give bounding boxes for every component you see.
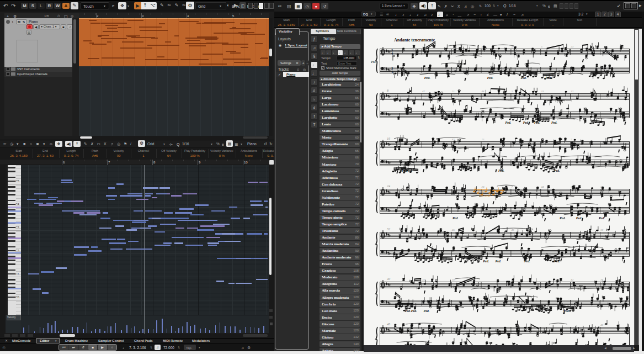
svg-text:40: 40	[387, 277, 390, 281]
svg-text:39: 39	[452, 278, 455, 281]
svg-text:Ped.: Ped.	[424, 309, 430, 313]
svg-text:23: 23	[571, 45, 574, 48]
svg-text:32: 32	[386, 228, 390, 231]
svg-text:4: 4	[391, 70, 393, 73]
svg-text:48: 48	[387, 323, 390, 326]
svg-text:13: 13	[571, 90, 574, 93]
svg-text:Ped.: Ped.	[496, 260, 502, 263]
svg-text:Ped.: Ped.	[554, 260, 560, 263]
svg-text:40: 40	[512, 229, 515, 231]
svg-text:Tre corde: Tre corde	[479, 194, 491, 197]
svg-text:8: 8	[387, 89, 388, 92]
svg-text:Ped.: Ped.	[424, 76, 430, 80]
svg-text:Ped.: Ped.	[453, 216, 459, 220]
svg-text:Ped.: Ped.	[551, 121, 557, 124]
svg-text:44: 44	[482, 90, 485, 93]
svg-text:42: 42	[571, 278, 574, 281]
svg-text:28: 28	[482, 186, 485, 188]
svg-text:47: 47	[422, 90, 425, 93]
svg-text:Ped.: Ped.	[505, 121, 512, 124]
svg-text:Ped.: Ped.	[545, 76, 551, 80]
svg-text:5: 5	[541, 45, 542, 48]
svg-text:Ped.: Ped.	[554, 169, 560, 172]
svg-text:Ped.: Ped.	[405, 309, 411, 313]
svg-text:43: 43	[452, 138, 455, 141]
svg-text:19: 19	[541, 90, 544, 93]
svg-text:Ped.: Ped.	[599, 216, 605, 220]
svg-text:16: 16	[387, 137, 390, 140]
svg-text:Ped.: Ped.	[483, 260, 489, 263]
svg-text:31: 31	[452, 90, 455, 93]
svg-text:Ped.: Ped.	[498, 169, 504, 172]
svg-text:3: 3	[512, 90, 513, 93]
svg-text:24: 24	[387, 184, 390, 188]
svg-text:Ped.: Ped.	[487, 76, 493, 80]
svg-text:Ped.: Ped.	[406, 169, 412, 172]
svg-text:40: 40	[600, 324, 604, 326]
svg-text:Ped.: Ped.	[534, 121, 540, 124]
svg-text:15: 15	[482, 138, 485, 141]
svg-text:Andante teneramente: Andante teneramente	[394, 38, 435, 43]
svg-text:44: 44	[541, 186, 544, 188]
svg-text:Ped.: Ped.	[524, 260, 530, 263]
svg-text:Ped.: Ped.	[523, 121, 529, 124]
svg-text:Ped.: Ped.	[411, 309, 417, 313]
svg-text:Ped.: Ped.	[576, 216, 582, 220]
svg-text:4: 4	[391, 52, 393, 55]
svg-text:33: 33	[422, 278, 425, 281]
svg-text:30: 30	[600, 229, 604, 231]
svg-text:7: 7	[512, 186, 513, 188]
svg-text:Ped.: Ped.	[560, 216, 566, 220]
svg-text:Ped.: Ped.	[563, 309, 570, 313]
svg-text:46: 46	[452, 229, 455, 231]
svg-text:Ped.: Ped.	[520, 76, 526, 80]
svg-text:Pno: Pno	[371, 60, 376, 64]
svg-text:3: 3	[571, 138, 572, 141]
